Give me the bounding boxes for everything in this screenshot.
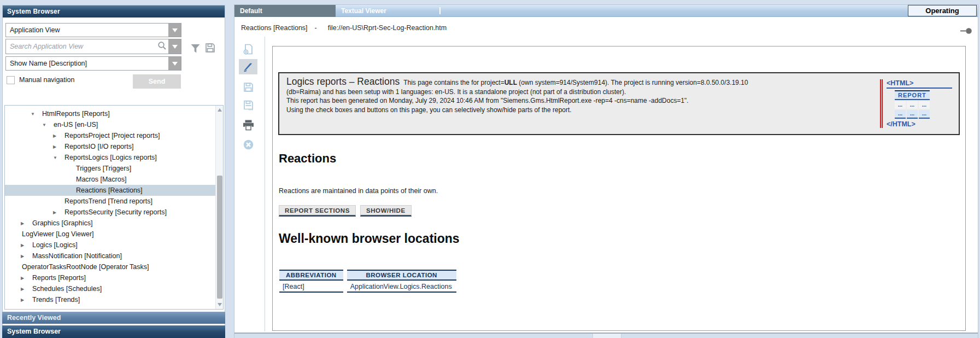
tree-item[interactable]: Reactions [Reactions] [5,185,215,196]
scrollbar-thumb[interactable] [217,176,222,299]
legend-cell: ... [895,110,906,119]
scroll-up-icon[interactable] [218,108,222,112]
tab-separator [439,7,441,14]
tree-item[interactable]: ▶ReportsSecurity [Security reports] [5,207,215,218]
tree-expander-icon[interactable]: ▼ [42,123,54,127]
tree-item-label: Trends [Trends] [32,296,80,304]
tree-expander-icon[interactable]: ▶ [53,144,64,149]
locations-table: ABBREVIATION BROWSER LOCATION [React] Ap… [275,269,460,294]
scroll-down-icon[interactable] [218,303,222,306]
tree-item[interactable]: OperatorTasksRootNode [Operator Tasks] [5,261,215,272]
recently-viewed-bar[interactable]: Recently Viewed [2,312,225,324]
legend-cell: ... [895,101,906,109]
tab-textual-viewer[interactable]: Textual Viewer [336,5,438,17]
tree-item[interactable]: Triggers [Triggers] [5,163,215,174]
tree-item[interactable]: ▶Trends [Trends] [5,294,215,305]
report-box-title: Logics reports – Reactions [286,76,400,87]
tree-scrollbar[interactable] [215,106,223,309]
tree-item[interactable]: ReportsTrend [Trend reports] [5,196,215,207]
tree-item-label: Macros [Macros] [76,176,126,183]
new-report-icon[interactable] [239,41,257,57]
search-input[interactable] [6,39,157,54]
panel-title: System Browser [3,5,225,18]
report-header-text: Logics reports – ReactionsThis page cont… [286,77,877,114]
tree-item-label: Reactions [Reactions] [76,187,143,194]
table-row: [React] ApplicationView.Logics.Reactions [279,282,456,293]
close-icon[interactable] [239,136,257,153]
tree-expander-icon[interactable]: ▶ [21,221,32,226]
search-box[interactable] [5,39,181,54]
chevron-down-icon[interactable] [168,24,181,37]
display-mode-dropdown[interactable]: Show Name [Description] [5,56,181,71]
report-project-name: ULL [504,79,517,86]
tree-item[interactable]: ▶ReportsIO [I/O reports] [5,141,215,152]
tree-item[interactable]: ▶Schedules [Schedules] [5,283,215,294]
tree-item[interactable]: ▶Logics [Logics] [5,240,215,250]
edit-pen-icon[interactable] [239,59,257,74]
tree-item[interactable]: ▶ReportsProject [Project reports] [5,130,215,141]
chevron-down-icon[interactable] [168,57,181,70]
show-hide-button[interactable]: SHOW/HIDE [360,205,412,217]
toolbar-divider [265,37,265,331]
breadcrumb: Reactions [Reactions] - file://en-US\Rpr… [241,21,447,34]
tree-item-label: Reports [Reports] [32,274,86,282]
pin-icon[interactable] [960,27,972,37]
bottom-edge-chip [592,334,621,338]
save-as-icon[interactable] [239,97,257,113]
tree-item[interactable]: LogViewer [Log Viewer] [5,229,215,240]
tree-expander-icon[interactable]: ▶ [21,276,32,281]
tree-item-label: ReportsIO [I/O reports] [64,143,133,150]
manual-navigation-label: Manual navigation [19,76,74,84]
tree-item[interactable]: ▶Graphics [Graphics] [5,218,215,229]
tree-item[interactable]: ▼ReportsLogics [Logics reports] [5,152,215,163]
filter-funnel-icon[interactable] [190,44,201,56]
tree-item[interactable]: ▼en-US [en-US] [5,119,215,130]
tree-item-label: en-US [en-US] [54,121,98,129]
tree-item-label: Logics [Logics] [32,241,78,249]
viewer-panel: Default Textual Viewer Operating Reactio… [234,4,978,338]
system-browser-panel: System Browser Application View Show Nam… [2,5,225,338]
report-line2: (db=Raima) and has been setup with 1 lan… [286,88,626,96]
system-browser-bar[interactable]: System Browser [2,325,225,338]
save-search-icon[interactable] [204,42,216,56]
tree-item-label: Triggers [Triggers] [76,165,131,172]
report-sections-button[interactable]: REPORT SECTIONS [279,205,356,217]
tree-expander-icon[interactable]: ▶ [53,210,64,215]
tree-item-label: LogViewer [Log Viewer] [22,230,94,238]
tree-item[interactable]: ▶Reports [Reports] [5,272,215,283]
tree-item-label: Schedules [Schedules] [32,285,102,293]
column-header-browser-location: BROWSER LOCATION [347,270,456,281]
tree-item[interactable]: Macros [Macros] [5,174,215,185]
tab-default[interactable]: Default [234,5,336,17]
report-intro: This page contains the for project= [403,79,504,86]
tree-item[interactable]: ▶MassNotification [Notification] [5,250,215,261]
display-mode-value: Show Name [Description] [6,57,168,70]
tree-expander-icon[interactable]: ▶ [21,298,32,302]
manual-navigation-checkbox[interactable] [7,76,15,84]
operating-button[interactable]: Operating [908,5,977,16]
report-header-box: Logics reports – ReactionsThis page cont… [278,72,960,135]
tree: ▼HtmlReports [Reports]▼en-US [en-US]▶Rep… [5,106,215,309]
tree-expander-icon[interactable]: ▶ [21,254,32,259]
tree-expander-icon[interactable]: ▼ [31,112,42,116]
tree-item-label: ReportsProject [Project reports] [64,132,160,139]
tree-expander-icon[interactable]: ▼ [53,155,64,160]
search-history-chevron-icon[interactable] [168,39,181,54]
tree-item-label: HtmlReports [Reports] [42,110,110,118]
save-icon[interactable] [239,79,257,95]
report-intro-cont: (own system=914/System914). The project … [517,79,748,86]
print-icon[interactable] [239,116,257,133]
tree-item-label: MassNotification [Notification] [32,252,122,260]
table-header-row: ABBREVIATION BROWSER LOCATION [279,270,456,281]
tree-item-label: OperatorTasksRootNode [Operator Tasks] [22,263,149,271]
tree-expander-icon[interactable]: ▶ [21,287,32,292]
tree-expander-icon[interactable]: ▶ [53,133,64,138]
legend-cell: ... [907,110,918,119]
send-button[interactable]: Send [133,74,181,89]
legend-cell: ... [907,101,918,109]
tab-bar: Default Textual Viewer [234,5,978,17]
cell-browser-location: ApplicationView.Logics.Reactions [347,282,456,293]
tree-expander-icon[interactable]: ▶ [21,243,32,248]
view-selector-dropdown[interactable]: Application View [5,23,181,37]
tree-item[interactable]: ▼HtmlReports [Reports] [5,108,215,119]
